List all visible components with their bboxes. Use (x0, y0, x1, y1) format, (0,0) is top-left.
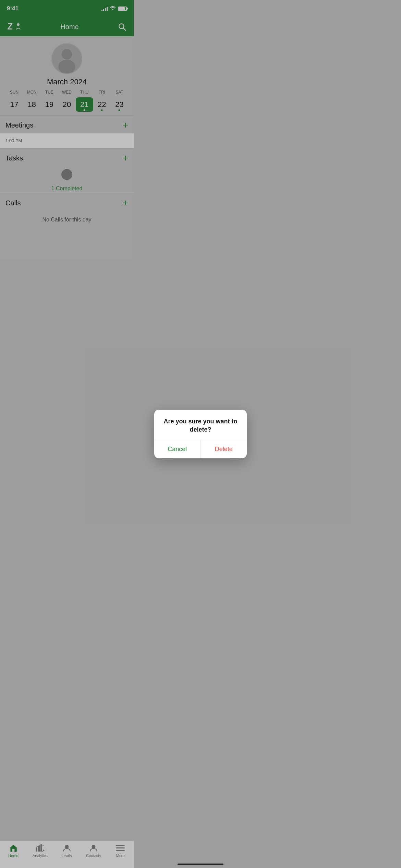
dialog-overlay: Are you sure you want to delete? Cancel … (0, 0, 134, 289)
